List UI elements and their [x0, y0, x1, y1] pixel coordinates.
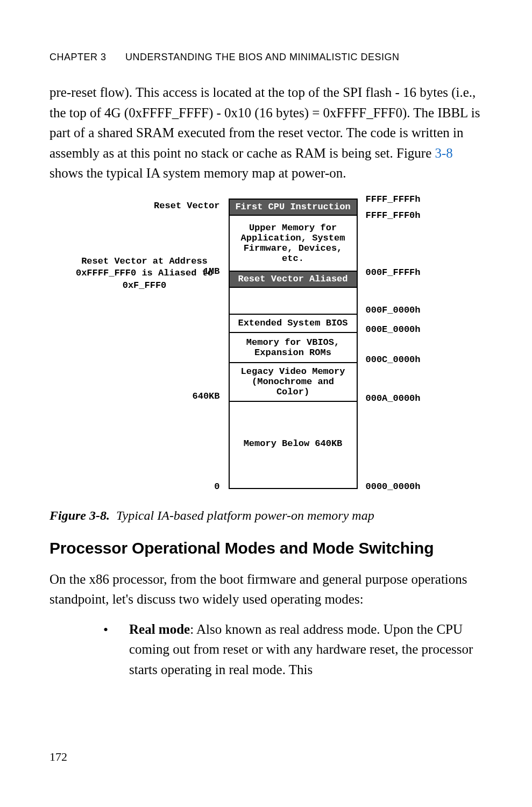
- segment-legacy-video: Legacy Video Memory (Monochrome and Colo…: [230, 362, 357, 401]
- addr-ffff-fff0: FFFF_FFF0h: [366, 210, 421, 221]
- mode-list: Real mode: Also known as real address mo…: [49, 619, 483, 680]
- segment-below-640kb: Memory Below 640KB: [230, 401, 357, 486]
- list-item: Real mode: Also known as real address mo…: [103, 619, 483, 680]
- paragraph-part1: pre-reset flow). This access is located …: [49, 85, 480, 160]
- chapter-number: CHAPTER 3: [49, 52, 107, 62]
- section-intro: On the x86 processor, from the boot firm…: [49, 569, 483, 610]
- figure-ref-link[interactable]: 3-8: [435, 146, 453, 160]
- running-head: CHAPTER 3 UNDERSTANDING THE BIOS AND MIN…: [49, 52, 483, 63]
- bullet-real-mode-strong: Real mode: [129, 622, 190, 636]
- segment-gap: [230, 287, 357, 314]
- segment-vbios-roms: Memory for VBIOS, Expansion ROMs: [230, 332, 357, 362]
- segment-reset-aliased: Reset Vector Aliased: [230, 271, 357, 287]
- figure-caption-italic: Typical IA-based platform power-on memor…: [116, 508, 374, 522]
- label-alias-note: Reset Vector at Address 0xFFFF_FFF0 is A…: [69, 256, 220, 293]
- memory-stack: First CPU Instruction Upper Memory for A…: [229, 199, 358, 489]
- section-heading: Processor Operational Modes and Mode Swi…: [49, 539, 483, 557]
- memory-map-diagram: First CPU Instruction Upper Memory for A…: [56, 193, 476, 500]
- chapter-title: UNDERSTANDING THE BIOS AND MINIMALISTIC …: [125, 52, 399, 62]
- addr-000c-0000: 000C_0000h: [366, 355, 421, 365]
- addr-000e-0000: 000E_0000h: [366, 324, 421, 335]
- figure-3-8: First CPU Instruction Upper Memory for A…: [56, 193, 476, 500]
- addr-0000-0000: 0000_0000h: [366, 482, 421, 492]
- label-640kb: 640KB: [192, 391, 219, 401]
- figure-caption: Figure 3-8. Typical IA-based platform po…: [49, 508, 483, 523]
- segment-extended-bios: Extended System BIOS: [230, 314, 357, 332]
- body-paragraph: pre-reset flow). This access is located …: [49, 82, 483, 183]
- paragraph-part2: shows the typical IA system memory map a…: [49, 166, 346, 180]
- page-root: CHAPTER 3 UNDERSTANDING THE BIOS AND MIN…: [0, 0, 532, 807]
- segment-upper-memory: Upper Memory for Application, System Fir…: [230, 215, 357, 271]
- figure-caption-bold: Figure 3-8.: [49, 508, 110, 522]
- addr-000a-0000: 000A_0000h: [366, 393, 421, 404]
- addr-000f-0000: 000F_0000h: [366, 305, 421, 315]
- segment-reset-vector: First CPU Instruction: [230, 200, 357, 215]
- label-zero: 0: [214, 482, 219, 492]
- page-number: 172: [49, 750, 67, 764]
- addr-000f-ffff: 000F_FFFFh: [366, 267, 421, 278]
- label-reset-vector: Reset Vector: [154, 201, 219, 211]
- addr-ffff-ffff: FFFF_FFFFh: [366, 194, 421, 204]
